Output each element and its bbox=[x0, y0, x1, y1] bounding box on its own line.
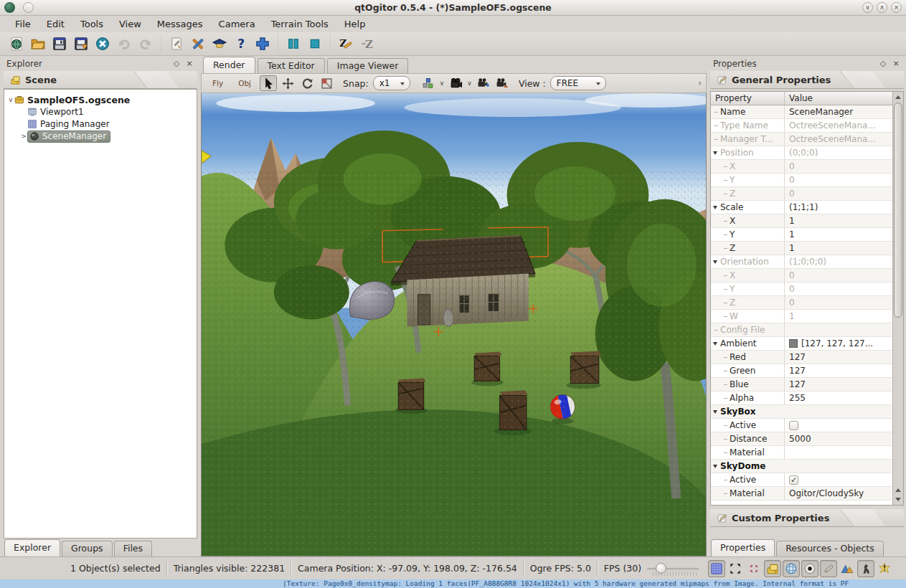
z-order-button[interactable]: Z bbox=[357, 34, 377, 54]
checkbox-on[interactable]: ✓ bbox=[789, 475, 798, 485]
tab-render[interactable]: Render bbox=[203, 57, 255, 73]
property-row-material[interactable]: Material bbox=[711, 446, 892, 460]
fly-mode-button[interactable]: Fly bbox=[206, 76, 230, 90]
titlebar-menu-button[interactable] bbox=[23, 2, 34, 13]
menu-view[interactable]: View bbox=[111, 17, 149, 31]
grid-toggle-button[interactable] bbox=[708, 560, 725, 577]
scene-options-button[interactable] bbox=[166, 34, 187, 54]
property-row-material[interactable]: MaterialOgitor/CloudySky bbox=[711, 487, 892, 501]
property-value-cell[interactable]: 0 bbox=[785, 269, 892, 283]
menu-help[interactable]: Help bbox=[336, 17, 374, 31]
toolbar-overflow-button[interactable]: › bbox=[698, 78, 702, 88]
property-row-alpha[interactable]: Alpha255 bbox=[711, 392, 892, 405]
camera-mode-tool[interactable] bbox=[447, 75, 464, 91]
property-row-y[interactable]: Y1 bbox=[711, 228, 892, 242]
scroll-up2-button[interactable] bbox=[894, 485, 902, 495]
menu-messages[interactable]: Messages bbox=[149, 17, 211, 31]
object-display-tool[interactable] bbox=[420, 75, 437, 91]
move-tool[interactable] bbox=[279, 75, 296, 91]
property-row-y[interactable]: Y0 bbox=[711, 174, 892, 187]
rotate-tool[interactable] bbox=[298, 75, 316, 91]
property-row-y[interactable]: Y0 bbox=[711, 283, 892, 296]
property-row-position[interactable]: Position(0;0;0) bbox=[711, 146, 892, 160]
property-row-skybox[interactable]: SkyBox bbox=[711, 405, 892, 419]
open-folder-button[interactable] bbox=[28, 34, 48, 54]
camera-mode-tool-dropdown[interactable]: ∨ bbox=[467, 80, 472, 87]
property-value-cell[interactable]: (0;0;0) bbox=[785, 146, 892, 160]
tab-text-editor[interactable]: Text Editor bbox=[258, 58, 325, 73]
property-value-cell[interactable]: 255 bbox=[785, 392, 892, 405]
column-header-value[interactable]: Value bbox=[785, 92, 892, 105]
property-row-orientation[interactable]: Orientation(1;0;0;0) bbox=[711, 255, 892, 269]
property-row-w[interactable]: W1 bbox=[711, 310, 892, 323]
property-value-cell[interactable]: (1;1;1) bbox=[785, 201, 892, 214]
scrollbar-thumb[interactable] bbox=[894, 103, 902, 318]
property-row-active[interactable]: Active✓ bbox=[711, 473, 892, 487]
add-object-button[interactable] bbox=[253, 34, 273, 54]
property-row-ambient[interactable]: Ambient[127, 127, 127... bbox=[711, 337, 892, 351]
property-row-x[interactable]: X0 bbox=[711, 269, 892, 283]
z-order-edit-button[interactable]: Z bbox=[336, 34, 356, 54]
tree-item-viewport1[interactable]: Viewport1 bbox=[4, 106, 197, 118]
save-button[interactable] bbox=[49, 34, 70, 54]
property-value-cell[interactable] bbox=[785, 460, 892, 473]
property-value-cell[interactable]: 1 bbox=[785, 228, 892, 242]
redo-button[interactable] bbox=[136, 34, 156, 54]
title-bar[interactable]: qtOgitor 0.5.4 - (*)SampleOFS.ogscene ∨∧… bbox=[0, 0, 906, 16]
view-combo[interactable]: FREE bbox=[550, 76, 606, 90]
shade-button[interactable]: ∨ bbox=[862, 2, 873, 13]
menu-tools[interactable]: Tools bbox=[72, 17, 111, 31]
close-scene-button[interactable] bbox=[93, 34, 113, 54]
property-row-type-name[interactable]: Type NameOctreeSceneMana... bbox=[711, 119, 892, 133]
preferences-button[interactable] bbox=[188, 34, 208, 54]
property-value-cell[interactable]: Ogitor/CloudySky bbox=[785, 487, 892, 501]
property-value-cell[interactable]: (1;0;0;0) bbox=[785, 255, 892, 269]
property-value-cell[interactable]: OctreeSceneMana... bbox=[785, 119, 892, 133]
properties-scrollbar[interactable] bbox=[892, 92, 903, 505]
walk-mode-toggle[interactable] bbox=[857, 560, 874, 577]
contract-view-button[interactable] bbox=[745, 560, 763, 577]
property-row-z[interactable]: Z0 bbox=[711, 296, 892, 310]
property-row-active[interactable]: Active bbox=[711, 419, 892, 432]
snap-combo[interactable]: x1 bbox=[373, 76, 410, 90]
property-value-cell[interactable] bbox=[785, 419, 892, 432]
property-row-blue[interactable]: Blue127 bbox=[711, 378, 892, 392]
expand-view-button[interactable] bbox=[727, 560, 744, 577]
checkbox-off[interactable] bbox=[789, 421, 798, 430]
about-button[interactable]: ? bbox=[231, 34, 251, 54]
tab-properties[interactable]: Properties bbox=[711, 539, 775, 556]
property-value-cell[interactable]: 1 bbox=[785, 310, 892, 323]
tab-resources-objects[interactable]: Resources - Objects bbox=[776, 541, 884, 556]
tree-item-paging-manager[interactable]: Paging Manager bbox=[4, 118, 197, 130]
render-viewport[interactable] bbox=[201, 93, 707, 556]
chevron-down-icon[interactable] bbox=[713, 151, 717, 155]
scene-hierarchy-toggle[interactable] bbox=[764, 560, 781, 577]
open-scene-button[interactable] bbox=[6, 34, 27, 54]
custom-properties-header[interactable]: Custom Properties bbox=[710, 509, 904, 527]
fps-slider[interactable] bbox=[647, 562, 699, 575]
property-row-z[interactable]: Z1 bbox=[711, 242, 892, 255]
camera-add-tool[interactable] bbox=[475, 75, 492, 91]
tree-expander[interactable]: v bbox=[7, 96, 14, 103]
obj-mode-button[interactable]: Obj bbox=[232, 76, 258, 90]
pause-button[interactable] bbox=[283, 34, 303, 54]
chevron-down-icon[interactable] bbox=[713, 342, 717, 346]
property-row-red[interactable]: Red127 bbox=[711, 351, 892, 364]
property-value-cell[interactable] bbox=[785, 323, 892, 337]
tree-item-sampleofs-ogscene[interactable]: vSampleOFS.ogscene bbox=[4, 94, 197, 105]
camera-remove-tool[interactable] bbox=[494, 75, 511, 91]
sphere-display-toggle[interactable] bbox=[783, 560, 800, 577]
help-contents-button[interactable] bbox=[209, 34, 230, 54]
column-header-property[interactable]: Property bbox=[711, 92, 785, 105]
chevron-down-icon[interactable] bbox=[713, 260, 717, 264]
property-value-cell[interactable]: 1 bbox=[785, 214, 892, 228]
tab-image-viewer[interactable]: Image Viewer bbox=[327, 58, 409, 73]
explorer-close-button[interactable]: × bbox=[184, 59, 194, 69]
save-as-button[interactable] bbox=[71, 34, 91, 54]
general-properties-header[interactable]: General Properties bbox=[710, 71, 904, 89]
property-value-cell[interactable]: 0 bbox=[785, 187, 892, 201]
property-value-cell[interactable]: 127 bbox=[785, 364, 892, 378]
color-swatch[interactable] bbox=[789, 339, 798, 348]
tree-expander[interactable]: > bbox=[20, 133, 27, 140]
chevron-down-icon[interactable] bbox=[713, 465, 717, 468]
